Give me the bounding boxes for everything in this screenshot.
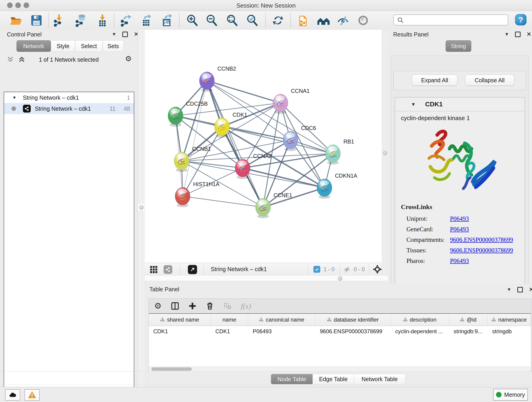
scrollbar-thumb[interactable] — [152, 367, 192, 371]
save-session-button[interactable] — [29, 13, 44, 28]
refresh-button[interactable] — [270, 13, 285, 28]
string-view-icon[interactable] — [164, 265, 172, 274]
crosslink-link[interactable]: 9606.ENSP00000378699 — [450, 236, 513, 243]
collapse-panel-icon[interactable]: ▼ — [505, 32, 509, 37]
delete-table-icon[interactable] — [223, 302, 231, 310]
table-cell[interactable]: stringdb — [488, 326, 531, 337]
cloud-button[interactable] — [5, 389, 20, 401]
expand-all-button[interactable]: Expand All — [412, 75, 457, 86]
detach-view-button[interactable] — [188, 265, 197, 274]
memory-button[interactable]: Memory — [493, 389, 528, 401]
cloud-icon — [8, 391, 17, 399]
zoom-fit-button[interactable] — [225, 13, 240, 28]
crosslink-link[interactable]: 9606.ENSP00000378699 — [450, 247, 513, 254]
tab-style[interactable]: Style — [51, 40, 75, 52]
open-session-button[interactable] — [8, 13, 24, 28]
tab-string[interactable]: String — [446, 40, 471, 52]
network-edge[interactable] — [183, 81, 207, 196]
vertical-splitter-right[interactable] — [382, 30, 388, 284]
tab-network-table[interactable]: Network Table — [354, 374, 405, 384]
splitter-grip[interactable] — [338, 276, 342, 281]
splitter-grip[interactable] — [383, 151, 387, 155]
add-column-icon[interactable] — [189, 302, 196, 310]
help-button[interactable]: ? — [515, 14, 526, 26]
network-edge[interactable] — [207, 81, 333, 153]
warnings-button[interactable] — [25, 389, 40, 401]
float-panel-icon[interactable] — [517, 287, 523, 293]
section-expander-icon[interactable]: ▼ — [411, 102, 416, 107]
selected-checkbox-icon[interactable] — [313, 266, 320, 273]
render-detail-button[interactable] — [355, 13, 371, 28]
vertical-splitter-left[interactable] — [138, 30, 145, 387]
export-network-button[interactable] — [119, 13, 134, 28]
network-edge[interactable] — [183, 196, 263, 207]
table-cell[interactable]: CDK1 — [211, 326, 248, 337]
zoom-out-button[interactable] — [204, 13, 219, 28]
column-header-database-identifier[interactable]: database identifier — [315, 314, 391, 326]
search-input[interactable] — [406, 15, 506, 24]
network-edge[interactable] — [207, 81, 263, 207]
hidden-eye-icon[interactable] — [343, 266, 351, 273]
first-neighbors-button[interactable] — [316, 13, 331, 28]
memory-label: Memory — [504, 391, 525, 398]
network-canvas[interactable]: CCNB2CCNA1CDC25BCDK1CDC6RB1CCNB1CCNA2CDK… — [145, 30, 382, 263]
network-edge[interactable] — [207, 81, 280, 103]
collapse-panel-icon[interactable]: ▼ — [112, 32, 116, 37]
table-row[interactable]: CDK1CDK1P064939606.ENSP00000378699cyclin… — [149, 326, 531, 337]
function-builder-icon[interactable]: f(x) — [241, 302, 251, 310]
export-table-button[interactable] — [139, 13, 154, 28]
tab-node-table[interactable]: Node Table — [271, 374, 313, 384]
crosslink-link[interactable]: P06493 — [450, 257, 469, 264]
expand-collapse-box: Expand All Collapse All — [393, 71, 526, 90]
table-cell[interactable]: cyclin-dependent ... — [391, 326, 449, 337]
column-header-name[interactable]: name — [211, 314, 248, 326]
collapse-all-button[interactable]: Collapse All — [465, 75, 514, 86]
tab-network[interactable]: Network — [17, 40, 51, 52]
grid-view-icon[interactable] — [150, 266, 158, 274]
table-cell[interactable]: 9606.ENSP00000378699 — [315, 326, 391, 337]
crosslink-link[interactable]: P06493 — [450, 226, 469, 233]
toolbar-search[interactable] — [393, 14, 508, 26]
table-cell[interactable]: stringdb:9... — [449, 326, 488, 337]
table-options-gear-icon[interactable]: ⚙ — [154, 302, 162, 310]
import-network-database-button[interactable] — [74, 13, 89, 28]
column-header-canonical-name[interactable]: canonical name — [248, 314, 315, 326]
node-table[interactable]: shared namenamecanonical namedatabase id… — [149, 313, 531, 366]
show-columns-icon[interactable] — [171, 302, 179, 310]
network-row[interactable]: String Network – cdk1 11 48 — [4, 103, 134, 114]
network-options-gear-icon[interactable]: ⚙ — [125, 55, 132, 62]
tree-expander-icon[interactable]: ▼ — [12, 95, 17, 100]
zoom-selected-button[interactable] — [245, 13, 260, 28]
column-header-description[interactable]: description — [391, 314, 449, 326]
float-panel-icon[interactable] — [122, 32, 128, 37]
delete-column-icon[interactable] — [206, 302, 214, 310]
column-header-shared-name[interactable]: shared name — [149, 314, 211, 326]
tab-select[interactable]: Select — [75, 40, 103, 52]
network-graph[interactable]: CCNB2CCNA1CDC25BCDK1CDC6RB1CCNB1CCNA2CDK… — [145, 30, 382, 263]
table-horizontal-scrollbar[interactable] — [149, 366, 531, 372]
open-in-browser-button[interactable] — [297, 13, 312, 28]
import-network-file-button[interactable] — [52, 13, 67, 28]
tab-edge-table[interactable]: Edge Table — [312, 374, 354, 384]
export-image-button[interactable] — [159, 13, 175, 28]
node-layer[interactable] — [168, 72, 341, 218]
hide-selected-button[interactable] — [336, 13, 351, 28]
column-header-namespace[interactable]: namespace — [488, 314, 531, 326]
close-panel-icon[interactable]: ✕ — [526, 31, 532, 38]
gene-section-header[interactable]: ▼ CDK1 — [395, 97, 525, 111]
birds-eye-crosshair-icon[interactable] — [373, 264, 382, 274]
table-cell[interactable]: CDK1 — [149, 326, 211, 337]
splitter-grip[interactable] — [139, 205, 144, 210]
tab-sets[interactable]: Sets — [103, 40, 124, 52]
column-header--id[interactable]: @id — [449, 314, 488, 326]
float-panel-icon[interactable] — [515, 32, 520, 37]
zoom-in-button[interactable] — [185, 13, 200, 28]
network-collection-row[interactable]: ▼ String Network – cdk1 1 — [4, 92, 134, 103]
crosslink-link[interactable]: P06493 — [450, 215, 469, 222]
close-panel-icon[interactable]: ✕ — [529, 286, 532, 293]
import-table-file-button[interactable] — [95, 13, 110, 28]
table-cell[interactable]: P06493 — [248, 326, 315, 337]
collapse-panel-icon[interactable]: ▼ — [507, 287, 511, 292]
network-edge[interactable] — [263, 188, 324, 207]
edge-layer[interactable] — [176, 81, 333, 207]
